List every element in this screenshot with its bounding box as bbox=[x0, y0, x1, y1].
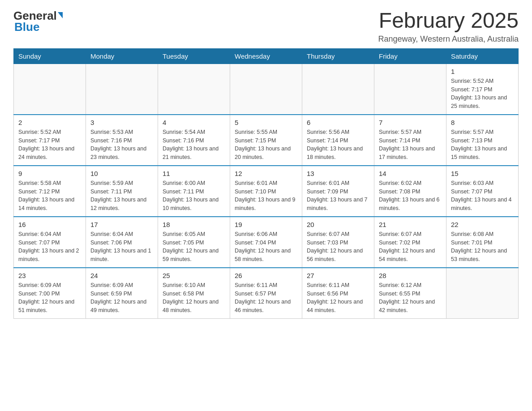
calendar-cell: 6Sunrise: 5:56 AMSunset: 7:14 PMDaylight… bbox=[302, 115, 374, 166]
logo: General Blue bbox=[13, 9, 63, 34]
day-info: Sunrise: 6:11 AMSunset: 6:57 PMDaylight:… bbox=[235, 281, 297, 315]
calendar-week-row: 23Sunrise: 6:09 AMSunset: 7:00 PMDayligh… bbox=[14, 268, 519, 319]
calendar-cell: 12Sunrise: 6:01 AMSunset: 7:10 PMDayligh… bbox=[230, 166, 302, 217]
day-info: Sunrise: 5:56 AMSunset: 7:14 PMDaylight:… bbox=[307, 128, 369, 162]
location-label: Rangeway, Western Australia, Australia bbox=[378, 34, 519, 44]
day-info: Sunrise: 6:08 AMSunset: 7:01 PMDaylight:… bbox=[451, 230, 514, 264]
calendar-cell: 21Sunrise: 6:07 AMSunset: 7:02 PMDayligh… bbox=[374, 217, 446, 268]
calendar-cell: 1Sunrise: 5:52 AMSunset: 7:17 PMDaylight… bbox=[446, 64, 519, 115]
day-number: 24 bbox=[90, 272, 153, 279]
day-info: Sunrise: 6:12 AMSunset: 6:55 PMDaylight:… bbox=[379, 281, 442, 315]
day-number: 10 bbox=[90, 170, 153, 177]
day-info: Sunrise: 6:04 AMSunset: 7:06 PMDaylight:… bbox=[90, 230, 153, 264]
calendar-cell: 18Sunrise: 6:05 AMSunset: 7:05 PMDayligh… bbox=[158, 217, 230, 268]
day-info: Sunrise: 6:11 AMSunset: 6:56 PMDaylight:… bbox=[307, 281, 369, 315]
page-header: General Blue February 2025 Rangeway, Wes… bbox=[13, 9, 519, 44]
day-info: Sunrise: 6:01 AMSunset: 7:10 PMDaylight:… bbox=[235, 179, 297, 213]
calendar-week-row: 1Sunrise: 5:52 AMSunset: 7:17 PMDaylight… bbox=[14, 64, 519, 115]
calendar-cell: 14Sunrise: 6:02 AMSunset: 7:08 PMDayligh… bbox=[374, 166, 446, 217]
day-info: Sunrise: 6:01 AMSunset: 7:09 PMDaylight:… bbox=[307, 179, 369, 213]
day-info: Sunrise: 6:06 AMSunset: 7:04 PMDaylight:… bbox=[235, 230, 297, 264]
day-number: 21 bbox=[379, 221, 442, 228]
calendar-cell: 9Sunrise: 5:58 AMSunset: 7:12 PMDaylight… bbox=[14, 166, 86, 217]
day-number: 15 bbox=[451, 170, 514, 177]
day-info: Sunrise: 5:57 AMSunset: 7:13 PMDaylight:… bbox=[451, 128, 514, 162]
day-info: Sunrise: 6:07 AMSunset: 7:02 PMDaylight:… bbox=[379, 230, 442, 264]
calendar-cell: 11Sunrise: 6:00 AMSunset: 7:11 PMDayligh… bbox=[158, 166, 230, 217]
day-info: Sunrise: 5:55 AMSunset: 7:15 PMDaylight:… bbox=[235, 128, 297, 162]
calendar-cell bbox=[374, 64, 446, 115]
calendar-cell: 27Sunrise: 6:11 AMSunset: 6:56 PMDayligh… bbox=[302, 268, 374, 319]
day-info: Sunrise: 5:57 AMSunset: 7:14 PMDaylight:… bbox=[379, 128, 442, 162]
calendar-cell: 15Sunrise: 6:03 AMSunset: 7:07 PMDayligh… bbox=[446, 166, 519, 217]
day-number: 5 bbox=[235, 119, 297, 126]
calendar-cell: 16Sunrise: 6:04 AMSunset: 7:07 PMDayligh… bbox=[14, 217, 86, 268]
day-number: 4 bbox=[163, 119, 225, 126]
day-number: 7 bbox=[379, 119, 442, 126]
calendar-cell: 19Sunrise: 6:06 AMSunset: 7:04 PMDayligh… bbox=[230, 217, 302, 268]
day-number: 11 bbox=[163, 170, 225, 177]
day-info: Sunrise: 5:59 AMSunset: 7:11 PMDaylight:… bbox=[90, 179, 153, 213]
day-number: 22 bbox=[451, 221, 514, 228]
day-number: 19 bbox=[235, 221, 297, 228]
day-number: 14 bbox=[379, 170, 442, 177]
calendar-cell: 28Sunrise: 6:12 AMSunset: 6:55 PMDayligh… bbox=[374, 268, 446, 319]
day-number: 27 bbox=[307, 272, 369, 279]
day-number: 8 bbox=[451, 119, 514, 126]
day-info: Sunrise: 6:05 AMSunset: 7:05 PMDaylight:… bbox=[163, 230, 225, 264]
day-number: 17 bbox=[90, 221, 153, 228]
header-saturday: Saturday bbox=[446, 48, 519, 64]
day-number: 12 bbox=[235, 170, 297, 177]
calendar-cell: 23Sunrise: 6:09 AMSunset: 7:00 PMDayligh… bbox=[14, 268, 86, 319]
day-number: 28 bbox=[379, 272, 442, 279]
calendar-cell: 3Sunrise: 5:53 AMSunset: 7:16 PMDaylight… bbox=[86, 115, 158, 166]
logo-triangle-icon bbox=[58, 12, 63, 18]
calendar-cell: 13Sunrise: 6:01 AMSunset: 7:09 PMDayligh… bbox=[302, 166, 374, 217]
day-number: 16 bbox=[18, 221, 81, 228]
calendar-cell: 22Sunrise: 6:08 AMSunset: 7:01 PMDayligh… bbox=[446, 217, 519, 268]
day-number: 9 bbox=[18, 170, 81, 177]
day-number: 6 bbox=[307, 119, 369, 126]
day-info: Sunrise: 5:52 AMSunset: 7:17 PMDaylight:… bbox=[18, 128, 81, 162]
header-friday: Friday bbox=[374, 48, 446, 64]
day-number: 26 bbox=[235, 272, 297, 279]
day-number: 18 bbox=[163, 221, 225, 228]
calendar-cell: 7Sunrise: 5:57 AMSunset: 7:14 PMDaylight… bbox=[374, 115, 446, 166]
calendar-cell: 4Sunrise: 5:54 AMSunset: 7:16 PMDaylight… bbox=[158, 115, 230, 166]
day-info: Sunrise: 6:03 AMSunset: 7:07 PMDaylight:… bbox=[451, 179, 514, 213]
day-info: Sunrise: 5:54 AMSunset: 7:16 PMDaylight:… bbox=[163, 128, 225, 162]
calendar-cell bbox=[158, 64, 230, 115]
day-number: 3 bbox=[90, 119, 153, 126]
calendar-cell: 26Sunrise: 6:11 AMSunset: 6:57 PMDayligh… bbox=[230, 268, 302, 319]
header-sunday: Sunday bbox=[14, 48, 86, 64]
day-number: 1 bbox=[451, 68, 514, 75]
calendar-cell: 20Sunrise: 6:07 AMSunset: 7:03 PMDayligh… bbox=[302, 217, 374, 268]
calendar-table: Sunday Monday Tuesday Wednesday Thursday… bbox=[13, 48, 519, 319]
header-wednesday: Wednesday bbox=[230, 48, 302, 64]
header-monday: Monday bbox=[86, 48, 158, 64]
calendar-cell bbox=[86, 64, 158, 115]
calendar-week-row: 16Sunrise: 6:04 AMSunset: 7:07 PMDayligh… bbox=[14, 217, 519, 268]
header-thursday: Thursday bbox=[302, 48, 374, 64]
calendar-cell: 2Sunrise: 5:52 AMSunset: 7:17 PMDaylight… bbox=[14, 115, 86, 166]
calendar-cell bbox=[446, 268, 519, 319]
calendar-cell: 17Sunrise: 6:04 AMSunset: 7:06 PMDayligh… bbox=[86, 217, 158, 268]
day-info: Sunrise: 6:02 AMSunset: 7:08 PMDaylight:… bbox=[379, 179, 442, 213]
header-tuesday: Tuesday bbox=[158, 48, 230, 64]
day-number: 23 bbox=[18, 272, 81, 279]
day-info: Sunrise: 6:10 AMSunset: 6:58 PMDaylight:… bbox=[163, 281, 225, 315]
day-number: 2 bbox=[18, 119, 81, 126]
logo-blue: Blue bbox=[14, 20, 39, 34]
day-number: 20 bbox=[307, 221, 369, 228]
calendar-week-row: 9Sunrise: 5:58 AMSunset: 7:12 PMDaylight… bbox=[14, 166, 519, 217]
day-info: Sunrise: 6:07 AMSunset: 7:03 PMDaylight:… bbox=[307, 230, 369, 264]
day-info: Sunrise: 6:00 AMSunset: 7:11 PMDaylight:… bbox=[163, 179, 225, 213]
day-number: 13 bbox=[307, 170, 369, 177]
calendar-cell: 25Sunrise: 6:10 AMSunset: 6:58 PMDayligh… bbox=[158, 268, 230, 319]
day-info: Sunrise: 5:53 AMSunset: 7:16 PMDaylight:… bbox=[90, 128, 153, 162]
day-info: Sunrise: 5:52 AMSunset: 7:17 PMDaylight:… bbox=[451, 77, 514, 111]
calendar-cell bbox=[14, 64, 86, 115]
title-section: February 2025 Rangeway, Western Australi… bbox=[378, 9, 519, 44]
calendar-week-row: 2Sunrise: 5:52 AMSunset: 7:17 PMDaylight… bbox=[14, 115, 519, 166]
day-info: Sunrise: 6:09 AMSunset: 7:00 PMDaylight:… bbox=[18, 281, 81, 315]
